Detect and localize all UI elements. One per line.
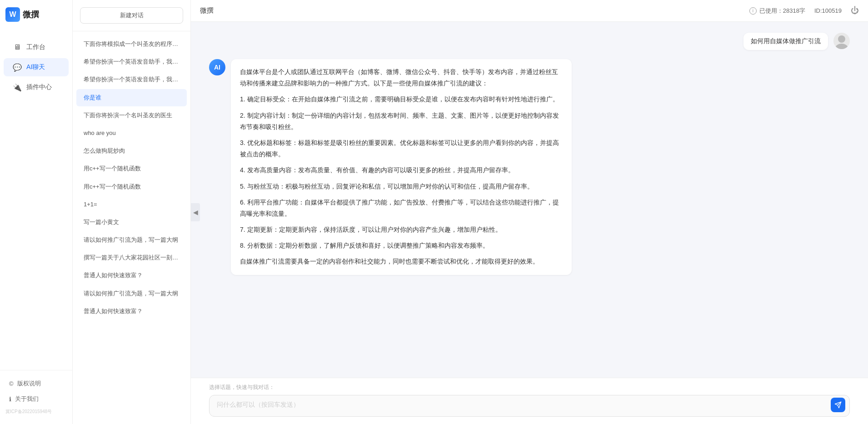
user-text: 如何用自媒体做推广引流 [751,37,821,45]
logo-icon: W [5,7,20,22]
ai-paragraph: 3. 优化标题和标签：标题和标签是吸引粉丝的重要因素。优化标题和标签可以让更多的… [240,137,563,160]
input-area: 选择话题，快速与我对话： [191,378,868,424]
usage-text: 已使用：28318字 [759,7,805,15]
icp-text: 冀ICP备2022015948号 [0,407,72,419]
sidebar-item-ai-chat[interactable]: 💬 AI聊天 [4,58,69,76]
sidebar: W 微撰 🖥 工作台 💬 AI聊天 🔌 插件中心 © 版权说明 ℹ 关于我们 冀… [0,0,73,424]
workbench-icon: 🖥 [13,43,22,52]
logout-icon[interactable]: ⏻ [851,6,859,15]
history-item[interactable]: 希望你扮演一个英语发音助手，我提供给你... [76,71,187,88]
sidebar-item-label: 插件中心 [26,83,52,91]
quick-topics-label: 选择话题，快速与我对话： [209,384,850,391]
new-chat-button[interactable]: 新建对话 [80,7,183,24]
collapse-button[interactable]: ◀ [191,203,200,221]
plugin-icon: 🔌 [13,83,22,92]
logo-area: W 微撰 [0,0,72,29]
chat-input[interactable] [209,395,850,417]
top-bar: 微撰 i 已使用：28318字 ID:100519 ⏻ [191,0,868,22]
send-button[interactable] [831,398,845,412]
info-icon: i [749,7,757,15]
main-area: 微撰 i 已使用：28318字 ID:100519 ⏻ 如何用自媒体做推广引流 [191,0,868,424]
nav-items: 🖥 工作台 💬 AI聊天 🔌 插件中心 [0,29,72,105]
ai-paragraph: 7. 定期更新：定期更新内容，保持活跃度，可以让用户对你的内容产生兴趣，增加用户… [240,224,563,235]
history-item[interactable]: 普通人如何快速致富？ [76,267,187,284]
history-item[interactable]: 希望你扮演一个英语发音助手，我提供给你... [76,53,187,70]
ai-paragraph: 8. 分析数据：定期分析数据，了解用户反馈和喜好，以便调整推广策略和内容发布频率… [240,240,563,251]
id-text: ID:100519 [814,7,842,14]
history-item[interactable]: 怎么做狗屁炒肉 [76,142,187,160]
ai-message: AI 自媒体平台是个人或团队通过互联网平台（如博客、微博、微信公众号、抖音、快手… [209,59,850,275]
copyright-label: 版权说明 [17,379,41,388]
history-header: 新建对话 [73,0,190,31]
chat-icon: 💬 [13,63,22,72]
history-item[interactable]: 下面你将扮演一个名叫圣友的医生 [76,107,187,124]
sidebar-bottom: © 版权说明 ℹ 关于我们 冀ICP备2022015948号 [0,370,72,424]
input-box [209,395,850,417]
history-item[interactable]: 撰写一篇关于八大家花园社区一刻钟便民生... [76,249,187,266]
sidebar-item-label: AI聊天 [26,63,45,71]
history-item[interactable]: 用c++写一个随机函数 [76,178,187,195]
history-item[interactable]: who are you [76,125,187,142]
usage-info: i 已使用：28318字 [749,7,805,15]
avatar [833,33,850,49]
history-item[interactable]: 你是谁 [76,89,187,106]
history-item[interactable]: 请以如何推广引流为题，写一篇大纲 [76,285,187,302]
user-bubble: 如何用自媒体做推广引流 [743,33,828,50]
history-item[interactable]: 1+1= [76,196,187,213]
history-list: 下面你将模拟成一个叫圣友的程序员，我说...希望你扮演一个英语发音助手，我提供给… [73,31,190,424]
user-message: 如何用自媒体做推广引流 [209,33,850,50]
chat-messages: 如何用自媒体做推广引流 AI 自媒体平台是个人或团队通过互联网平台（如博客、微博… [191,22,868,378]
ai-paragraph: 1. 确定目标受众：在开始自媒体推广引流之前，需要明确目标受众是谁，以便在发布内… [240,94,563,105]
sidebar-item-plugin[interactable]: 🔌 插件中心 [4,78,69,96]
sidebar-item-workbench[interactable]: 🖥 工作台 [4,38,69,56]
ai-avatar: AI [209,59,225,75]
svg-point-1 [835,44,848,49]
history-item[interactable]: 下面你将模拟成一个叫圣友的程序员，我说... [76,35,187,53]
history-item[interactable]: 写一篇小黄文 [76,214,187,231]
logo-text: 微撰 [23,9,39,20]
ai-paragraph: 自媒体平台是个人或团队通过互联网平台（如博客、微博、微信公众号、抖音、快手等）发… [240,66,563,89]
about-icon: ℹ [9,396,11,403]
ai-paragraph: 5. 与粉丝互动：积极与粉丝互动，回复评论和私信，可以增加用户对你的认可和信任，… [240,181,563,192]
history-item[interactable]: 请以如何推广引流为题，写一篇大纲 [76,231,187,249]
send-icon [834,401,842,409]
history-item[interactable]: 普通人如何快速致富？ [76,303,187,320]
sidebar-item-label: 工作台 [26,43,45,51]
ai-paragraph: 6. 利用平台推广功能：自媒体平台都提供了推广功能，如广告投放、付费推广等，可以… [240,197,563,219]
svg-point-0 [838,35,845,43]
about-item[interactable]: ℹ 关于我们 [0,391,72,407]
history-item[interactable]: 用c++写一个随机函数 [76,160,187,177]
page-title: 微撰 [200,6,214,15]
ai-paragraph: 自媒体推广引流需要具备一定的内容创作和社交能力，同时也需要不断尝试和优化，才能取… [240,256,563,267]
ai-paragraph: 4. 发布高质量内容：发布高质量、有价值、有趣的内容可以吸引更多的粉丝，并提高用… [240,165,563,176]
about-label: 关于我们 [15,395,39,403]
ai-bubble: 自媒体平台是个人或团队通过互联网平台（如博客、微博、微信公众号、抖音、快手等）发… [231,59,572,275]
history-panel: 新建对话 下面你将模拟成一个叫圣友的程序员，我说...希望你扮演一个英语发音助手… [73,0,191,424]
copyright-icon: © [9,380,14,387]
top-bar-right: i 已使用：28318字 ID:100519 ⏻ [749,6,859,15]
ai-paragraph: 2. 制定内容计划：制定一份详细的内容计划，包括发布时间、频率、主题、文案、图片… [240,110,563,133]
copyright-item[interactable]: © 版权说明 [0,376,72,391]
